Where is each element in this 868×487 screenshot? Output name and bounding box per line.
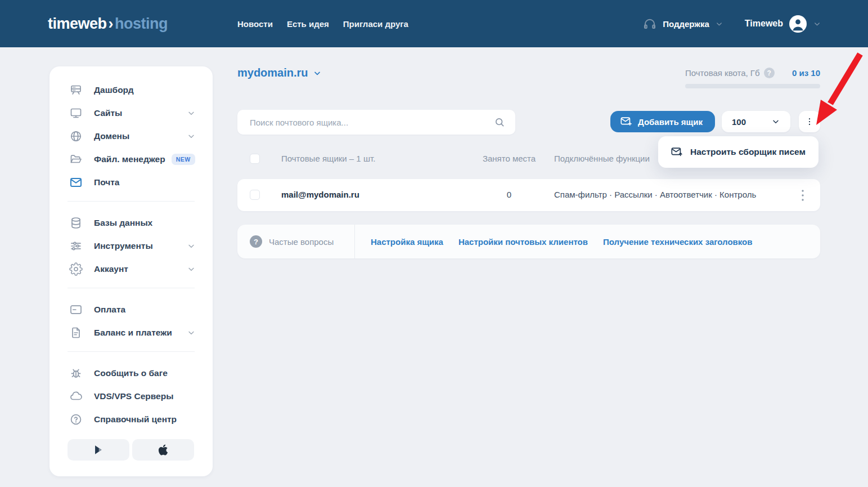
chevron-down-icon: [187, 328, 196, 337]
account-label: Timeweb: [745, 19, 783, 29]
sidebar-item-label: Файл. менеджер: [94, 154, 165, 164]
chevron-down-icon: [313, 69, 322, 78]
apple-icon: [158, 444, 169, 456]
header-functions: Подключённые функции: [554, 154, 650, 163]
mailbox-space-used: 0: [475, 190, 543, 199]
sidebar-divider: [68, 201, 195, 202]
cloud-icon: [69, 390, 83, 403]
sidebar-item-balance[interactable]: Баланс и платежи: [50, 321, 213, 344]
domain-selector[interactable]: mydomain.ru: [237, 66, 322, 79]
add-mailbox-button[interactable]: Добавить ящик: [610, 111, 715, 132]
sidebar-item-label: Инструменты: [94, 241, 153, 251]
app-store-buttons: [68, 439, 194, 461]
more-actions-dropdown[interactable]: Настроить сборщик писем: [658, 136, 818, 168]
page-size-value: 100: [732, 117, 746, 127]
sidebar-item-label: Дашборд: [94, 85, 134, 95]
logo-product: hosting: [115, 15, 168, 33]
database-icon: [69, 216, 83, 230]
chevron-down-icon: [187, 242, 196, 251]
setup-mail-collector-item: Настроить сборщик писем: [690, 147, 806, 157]
new-badge: NEW: [172, 154, 195, 165]
question-circle-icon: [69, 413, 83, 426]
sidebar-item-label: Справочный центр: [94, 414, 177, 425]
sidebar-item-tools[interactable]: Инструменты: [50, 234, 213, 257]
sidebar-item-label: Аккаунт: [94, 264, 128, 274]
mailbox-email: mail@mydomain.ru: [281, 190, 359, 199]
select-all-checkbox[interactable]: [250, 154, 260, 164]
mailbox-functions: Спам-фильтр · Рассылки · Автоответчик · …: [554, 190, 756, 199]
sidebar-item-vds-servers[interactable]: VDS/VPS Серверы: [50, 385, 213, 408]
sidebar-item-help-center[interactable]: Справочный центр: [50, 408, 213, 431]
top-navbar: timeweb › hosting Новости Есть идея Приг…: [0, 0, 868, 47]
quota-help-icon[interactable]: ?: [764, 68, 775, 78]
header-mailboxes: Почтовые ящики – 1 шт.: [281, 154, 375, 163]
sidebar-item-label: Почта: [94, 177, 119, 187]
sidebar-item-payment[interactable]: Оплата: [50, 298, 213, 321]
chevron-down-icon: [771, 117, 780, 126]
google-play-button[interactable]: [68, 439, 129, 461]
nav-link-invite[interactable]: Пригласи друга: [343, 19, 408, 29]
faq-link-tech-headers[interactable]: Получение технических заголовков: [603, 237, 752, 247]
mailbox-row[interactable]: mail@mydomain.ru 0 Спам-фильтр · Рассылк…: [237, 179, 820, 211]
sidebar-divider: [68, 351, 195, 352]
logo-brand: timeweb: [48, 15, 107, 33]
headphones-icon: [642, 16, 657, 31]
more-actions-button[interactable]: [799, 111, 820, 132]
faq-label: Частые вопросы: [269, 237, 334, 247]
sidebar-divider: [68, 288, 195, 288]
row-checkbox[interactable]: [250, 190, 260, 200]
faq-section: ? Частые вопросы: [237, 225, 355, 258]
sidebar-item-databases[interactable]: Базы данных: [50, 211, 213, 234]
kebab-icon: [798, 188, 807, 203]
mail-icon: [69, 176, 83, 189]
sidebar-item-label: Баланс и платежи: [94, 328, 172, 338]
gear-icon: [69, 262, 83, 276]
server-icon: [69, 83, 83, 97]
folder-icon: [69, 153, 83, 166]
mailbox-search: [237, 110, 515, 135]
sidebar-item-label: Оплата: [94, 305, 125, 315]
page-size-select[interactable]: 100: [722, 111, 790, 132]
chevron-down-icon: [187, 132, 196, 141]
sidebar-item-report-bug[interactable]: Сообщить о баге: [50, 361, 213, 385]
support-menu[interactable]: Поддержка: [642, 16, 723, 31]
faq-bar: ? Частые вопросы Настройка ящика Настрой…: [237, 225, 820, 258]
sidebar-item-dashboard[interactable]: Дашборд: [50, 78, 213, 101]
account-menu[interactable]: Timeweb: [745, 15, 821, 33]
header-space-used: Занято места: [475, 154, 543, 163]
faq-link-mailbox-setup[interactable]: Настройка ящика: [371, 237, 443, 247]
mail-collector-icon: [671, 146, 683, 158]
sidebar-item-mail[interactable]: Почта: [50, 171, 213, 194]
page-header: mydomain.ru Почтовая квота, Гб ? 0 из 10: [237, 66, 820, 88]
nav-link-news[interactable]: Новости: [237, 19, 273, 29]
sidebar-item-label: VDS/VPS Серверы: [94, 391, 173, 401]
question-icon: ?: [250, 235, 262, 248]
faq-link-mail-clients[interactable]: Настройки почтовых клиентов: [458, 237, 588, 247]
sidebar-item-label: Сообщить о баге: [94, 368, 168, 378]
mail-plus-icon: [620, 115, 632, 128]
chevron-down-icon: [187, 109, 196, 118]
monitor-icon: [69, 106, 83, 120]
credit-card-icon: [69, 303, 83, 316]
sidebar-item-file-manager[interactable]: Файл. менеджер NEW: [50, 148, 213, 171]
sidebar-item-account[interactable]: Аккаунт: [50, 257, 213, 280]
mailbox-controls: Добавить ящик 100: [237, 109, 820, 135]
sidebar-item-sites[interactable]: Сайты: [50, 101, 213, 124]
sidebar: Дашборд Сайты Домены: [50, 66, 213, 476]
sidebar-item-label: Домены: [94, 131, 129, 141]
quota-label: Почтовая квота, Гб: [685, 68, 760, 78]
domain-name: mydomain.ru: [237, 66, 308, 79]
globe-icon: [69, 129, 83, 143]
row-actions-button[interactable]: [794, 186, 811, 205]
nav-link-idea[interactable]: Есть идея: [287, 19, 329, 29]
sidebar-item-domains[interactable]: Домены: [50, 124, 213, 148]
search-input[interactable]: [237, 118, 494, 127]
app-store-button[interactable]: [132, 439, 194, 461]
sliders-icon: [69, 239, 83, 253]
navbar-links: Новости Есть идея Пригласи друга: [237, 19, 408, 29]
document-icon: [69, 326, 83, 339]
sidebar-item-label: Базы данных: [94, 218, 152, 228]
timeweb-logo[interactable]: timeweb › hosting: [48, 0, 168, 47]
chevron-down-icon: [715, 20, 723, 28]
chevron-down-icon: [187, 265, 196, 274]
